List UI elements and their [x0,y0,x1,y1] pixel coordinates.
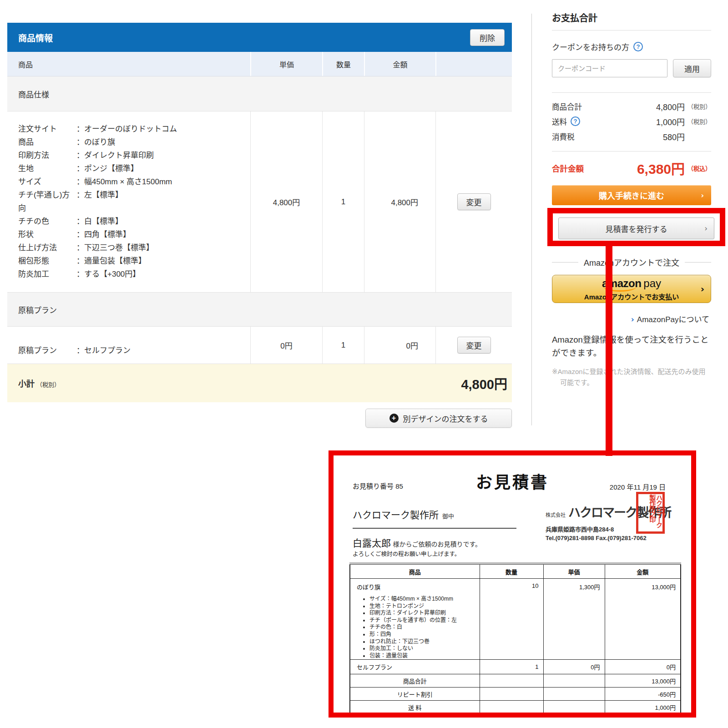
grand-total-note: （税込） [685,164,711,172]
grand-total-row: 合計金額 6,380円 （税込） [552,158,711,178]
spec-line: 形状：四角【標準】 [18,228,131,241]
quote-date: 2020 年11 月19 日 [610,482,666,491]
spec-line: サイズ：幅450mm × 高さ1500mm [18,175,172,188]
amazon-pay-button[interactable]: amazon pay Amazonアカウントでお支払い › [552,275,711,303]
amazon-section-title: Amazonアカウントで注文 [552,256,711,268]
page: 商品情報 削除 商品 単価 数量 金額 商品仕様 注文サイト：オーダーのぼりドッ… [0,0,728,728]
add-design-label: 別デザインの注文をする [403,413,488,424]
red-connector-line [606,243,612,456]
quote-summary-row: リピート割引 -650円 [350,688,681,701]
subtotal-label: 小計（税別） [18,377,60,389]
col-header-quantity: 数量 [322,52,364,76]
spec-unit-price: 4,800円 [250,111,322,292]
spec-line: 梱包形態：適量包装【標準】 [18,254,146,268]
quote-partial-row [350,714,681,718]
spec-row: 注文サイト：オーダーのぼりドットコム 商品：のぼり旗 印刷方法：ダイレクト昇華印… [7,111,512,293]
total-row-tax: 消費税 580円 [552,129,711,144]
total-row-items: 商品合計 4,800円 （税別） [552,99,711,114]
spec-line: 仕上げ方法：下辺三つ巻【標準】 [18,241,154,254]
quote-summary-row: 送 料 1,000円 [350,701,681,714]
coupon-section-label: クーポンをお持ちの方 ? [552,41,711,52]
amazon-description: Amazon登録情報を使って注文を行うことができます。 [552,334,711,359]
quote-plan-row: セルフプラン 1 0円 0円 [350,660,681,674]
product-info-header: 商品情報 削除 [7,23,512,52]
plan-name-cell: 原稿プラン：セルフプラン [7,327,250,364]
spec-line: 生地：ポンジ【標準】 [18,162,138,175]
delete-button[interactable]: 削除 [470,29,505,46]
quote-document: お見積り番号 85 お見積書 2020 年11 月19 日 ハクロマーク製作所御… [329,450,696,718]
quote-item-row: のぼり旗 サイズ：幅450mm × 高さ1500mm 生地：テトロンポンジ 印刷… [350,579,681,660]
quote-item-amount: 13,000円 [605,579,681,660]
plan-quantity: 1 [322,327,364,364]
plus-icon: + [389,414,399,423]
spec-line: 印刷方法：ダイレクト昇華印刷 [18,149,154,162]
checkout-button[interactable]: 購入手続きに進む › [552,185,711,205]
plan-action: 変更 [435,327,512,364]
quote-table-header: 商品 数量 単価 金額 [350,564,681,579]
spec-quantity: 1 [322,111,364,292]
question-icon[interactable]: ? [571,116,580,126]
quote-customer-line: 白露太郎 様からご依頼のお見積りです。 [353,536,481,549]
spec-line: チチ(竿通し)方向：左【標準】 [18,188,123,215]
subtotal-value: 4,800円 [461,374,507,393]
table-header-row: 商品 単価 数量 金額 [7,52,512,76]
quote-summary-row: 商品合計 13,000円 [350,674,681,688]
plan-amount: 0円 [364,327,435,364]
apply-coupon-button[interactable]: 適用 [673,59,711,77]
change-spec-button[interactable]: 変更 [457,193,491,210]
vertical-divider [531,14,532,425]
change-plan-button[interactable]: 変更 [457,337,491,354]
plan-unit-price: 0円 [250,327,322,364]
question-icon[interactable]: ? [633,42,643,51]
col-header-amount: 金額 [364,52,435,76]
spec-line: 注文サイト：オーダーのぼりドットコム [18,122,177,136]
grand-total-label: 合計金額 [552,162,584,174]
divider [552,30,711,30]
quote-addressee: ハクロマーク製作所御中 [353,507,516,529]
spec-amount: 4,800円 [364,111,435,292]
company-prefix: 株式会社 [546,511,566,521]
spec-line: チチの色：白【標準】 [18,215,123,228]
quote-item-qty: 10 [480,579,543,660]
col-header-unit-price: 単価 [250,52,322,76]
add-design-button[interactable]: + 別デザインの注文をする [365,409,512,428]
amazon-button-subtext: Amazonアカウントでお支払い [584,293,679,300]
col-header-action [435,52,512,76]
spec-list: 注文サイト：オーダーのぼりドットコム 商品：のぼり旗 印刷方法：ダイレクト昇華印… [7,111,250,292]
issue-quote-button[interactable]: 見積書を発行する › [558,217,714,239]
chevron-right-icon: › [631,315,634,324]
divider [552,151,711,152]
product-info-panel: 商品情報 削除 商品 単価 数量 金額 商品仕様 注文サイト：オーダーのぼりドッ… [7,23,512,402]
payment-summary-sidebar: お支払合計 クーポンをお持ちの方 ? 適用 商品合計 4,800円 （税別） 送… [552,0,711,388]
quote-greeting: よろしくご検討の程お願い申し上げます。 [353,549,460,558]
quote-table: 商品 数量 単価 金額 のぼり旗 サイズ：幅450mm × 高さ1500mm 生… [349,563,681,718]
total-row-shipping: 送料? 1,000円 （税別） [552,114,711,129]
quote-item-unit: 1,300円 [543,579,605,660]
plan-line: 原稿プラン：セルフプラン [18,344,131,357]
plan-row: 原稿プラン：セルフプラン 0円 1 0円 変更 [7,327,512,364]
grand-total-value: 6,380円 [637,158,685,178]
spec-section-header: 商品仕様 [7,76,512,111]
sidebar-title: お支払合計 [552,11,711,24]
amazon-pay-link[interactable]: ›AmazonPayについて [552,313,711,324]
coupon-row: 適用 [552,59,711,77]
divider [552,92,711,93]
subtotal-row: 小計（税別） 4,800円 [7,364,512,402]
chevron-right-icon: › [701,283,704,294]
company-seal-icon: ハクロマーク製作所之印 [636,492,665,534]
quote-item-name-cell: のぼり旗 サイズ：幅450mm × 高さ1500mm 生地：テトロンポンジ 印刷… [350,579,480,660]
quote-item-spec-list: サイズ：幅450mm × 高さ1500mm 生地：テトロンポンジ 印刷方法：ダイ… [369,596,480,659]
plan-section-header: 原稿プラン [7,293,512,327]
totals-list: 商品合計 4,800円 （税別） 送料? 1,000円 （税別） 消費税 580… [552,99,711,144]
company-tel: Tel.(079)281-8898 Fax.(079)281-7062 [546,535,671,541]
coupon-code-input[interactable] [552,59,667,77]
spec-line: 商品：のぼり旗 [18,136,115,149]
amazon-note: ※Amazonに登録された決済情報、配送先のみ使用可能です。 [552,366,711,388]
chevron-right-icon: › [704,224,708,233]
spec-action: 変更 [435,111,512,292]
panel-title: 商品情報 [18,31,53,44]
col-header-product: 商品 [7,52,250,76]
chevron-right-icon: › [701,191,704,200]
spec-line: 防炎加工：する【+300円】 [18,268,140,281]
